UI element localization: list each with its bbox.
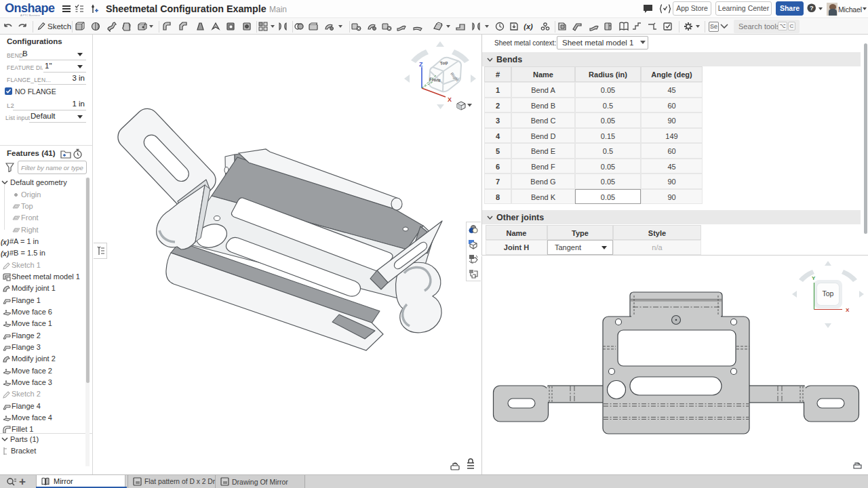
svg-text:Y: Y [812, 275, 816, 281]
svg-text:(x): (x) [524, 22, 533, 30]
svg-text:Z: Z [419, 61, 423, 68]
svg-text:X: X [448, 96, 452, 103]
svg-text:Top: Top [823, 289, 834, 298]
svg-text:X: X [846, 307, 850, 313]
svg-text:?: ? [810, 5, 814, 12]
